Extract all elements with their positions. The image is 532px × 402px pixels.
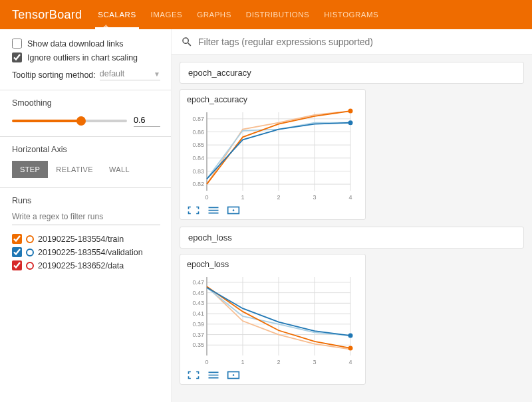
run-checkbox[interactable] (12, 234, 22, 244)
fit-domain-icon[interactable] (227, 370, 240, 380)
brand-title: TensorBoard (12, 8, 82, 22)
svg-text:0.86: 0.86 (192, 129, 204, 136)
tooltip-sorting-value: default (100, 69, 125, 78)
ignore-outliers-label: Ignore outliers in chart scaling (27, 53, 138, 62)
svg-text:2: 2 (277, 194, 280, 201)
toggle-log-icon[interactable] (207, 370, 220, 380)
sidebar: Show data download links Ignore outliers… (0, 29, 172, 402)
tag-filter-input[interactable] (198, 37, 523, 47)
run-name-label: 20190225-183652/data (38, 261, 124, 270)
run-color-icon (26, 249, 34, 256)
svg-text:4: 4 (348, 359, 352, 365)
tab-distributions[interactable]: DISTRIBUTIONS (246, 0, 309, 29)
search-icon (181, 36, 193, 48)
chart-card: epoch_accuracy 0.820.830.840.850.860.870… (180, 89, 366, 220)
divider (0, 90, 171, 90)
smoothing-slider[interactable] (12, 120, 127, 122)
chart-toolbar (187, 370, 358, 380)
svg-text:4: 4 (348, 194, 352, 201)
svg-text:0.47: 0.47 (192, 279, 204, 286)
axis-button-group: STEPRELATIVEWALL (12, 161, 160, 178)
svg-point-52 (348, 346, 353, 350)
svg-text:3: 3 (313, 194, 316, 201)
svg-text:3: 3 (313, 359, 316, 365)
svg-text:0.85: 0.85 (192, 142, 204, 148)
run-checkbox[interactable] (12, 247, 22, 257)
svg-text:0.37: 0.37 (192, 332, 204, 338)
ignore-outliers-checkbox[interactable] (12, 52, 22, 62)
svg-text:0: 0 (205, 359, 208, 365)
chart-plot: 0.350.370.390.410.430.450.4701234 (187, 273, 354, 366)
svg-text:0.82: 0.82 (192, 181, 204, 187)
svg-text:1: 1 (241, 194, 244, 201)
tag-filter-bar (172, 29, 532, 55)
run-item[interactable]: 20190225-183554/train (12, 234, 160, 244)
svg-text:0: 0 (205, 194, 208, 201)
main-panel: epoch_accuracy epoch_accuracy 0.820.830.… (172, 29, 532, 402)
svg-text:0.45: 0.45 (192, 290, 204, 296)
tab-histograms[interactable]: HISTOGRAMS (324, 0, 378, 29)
svg-text:2: 2 (277, 359, 280, 365)
run-item[interactable]: 20190225-183652/data (12, 260, 160, 270)
panel-header[interactable]: epoch_loss (180, 227, 524, 249)
show-download-links-label: Show data download links (27, 39, 124, 49)
run-color-icon (26, 235, 34, 243)
run-item[interactable]: 20190225-183554/validation (12, 247, 160, 257)
expand-icon[interactable] (187, 370, 200, 380)
svg-text:0.87: 0.87 (192, 116, 204, 122)
smoothing-value-input[interactable] (134, 114, 160, 127)
tab-images[interactable]: IMAGES (151, 0, 183, 29)
tab-scalars[interactable]: SCALARS (98, 0, 136, 29)
tooltip-sorting-label: Tooltip sorting method: (12, 70, 96, 80)
show-download-links-row[interactable]: Show data download links (12, 39, 160, 49)
svg-point-53 (348, 334, 353, 338)
axis-button-step[interactable]: STEP (12, 161, 48, 178)
chart-plot: 0.820.830.840.850.860.8701234 (187, 108, 354, 201)
svg-text:1: 1 (241, 359, 244, 365)
show-download-links-checkbox[interactable] (12, 39, 22, 49)
chevron-down-icon: ▼ (154, 70, 160, 78)
smoothing-label: Smoothing (12, 98, 160, 108)
svg-text:0.43: 0.43 (192, 300, 204, 306)
axis-button-relative[interactable]: RELATIVE (48, 161, 101, 178)
run-checkbox[interactable] (12, 260, 22, 270)
divider (0, 187, 171, 188)
svg-point-23 (348, 109, 353, 114)
chart-toolbar (187, 205, 358, 215)
svg-text:0.83: 0.83 (192, 168, 204, 175)
chart-card: epoch_loss 0.350.370.390.410.430.450.470… (180, 254, 366, 385)
smoothing-slider-thumb[interactable] (76, 116, 86, 126)
chart-title: epoch_accuracy (187, 95, 358, 104)
run-name-label: 20190225-183554/validation (38, 248, 143, 257)
fit-domain-icon[interactable] (227, 205, 240, 215)
horizontal-axis-label: Horizontal Axis (12, 145, 160, 154)
header: TensorBoard SCALARSIMAGESGRAPHSDISTRIBUT… (0, 0, 532, 29)
panel-group: epoch_loss epoch_loss 0.350.370.390.410.… (180, 227, 524, 385)
panel-header[interactable]: epoch_accuracy (180, 62, 524, 84)
tab-graphs[interactable]: GRAPHS (197, 0, 231, 29)
svg-point-55 (233, 374, 235, 376)
divider (0, 136, 171, 137)
svg-text:0.84: 0.84 (192, 155, 204, 161)
svg-text:0.35: 0.35 (192, 342, 204, 348)
svg-point-24 (348, 120, 353, 125)
axis-button-wall[interactable]: WALL (101, 161, 138, 178)
run-name-label: 20190225-183554/train (38, 235, 124, 244)
tooltip-sorting-dropdown[interactable]: default ▼ (100, 69, 160, 80)
ignore-outliers-row[interactable]: Ignore outliers in chart scaling (12, 52, 160, 62)
runs-label: Runs (12, 196, 160, 205)
run-color-icon (26, 262, 34, 270)
chart-title: epoch_loss (187, 260, 358, 269)
svg-point-26 (233, 209, 235, 211)
runs-list: 20190225-183554/train20190225-183554/val… (12, 234, 160, 270)
svg-text:0.39: 0.39 (192, 321, 204, 328)
tab-bar: SCALARSIMAGESGRAPHSDISTRIBUTIONSHISTOGRA… (98, 0, 378, 29)
runs-filter-input[interactable] (12, 209, 160, 225)
toggle-log-icon[interactable] (207, 205, 220, 215)
panel-group: epoch_accuracy epoch_accuracy 0.820.830.… (180, 62, 524, 220)
expand-icon[interactable] (187, 205, 200, 215)
svg-text:0.41: 0.41 (192, 310, 204, 317)
